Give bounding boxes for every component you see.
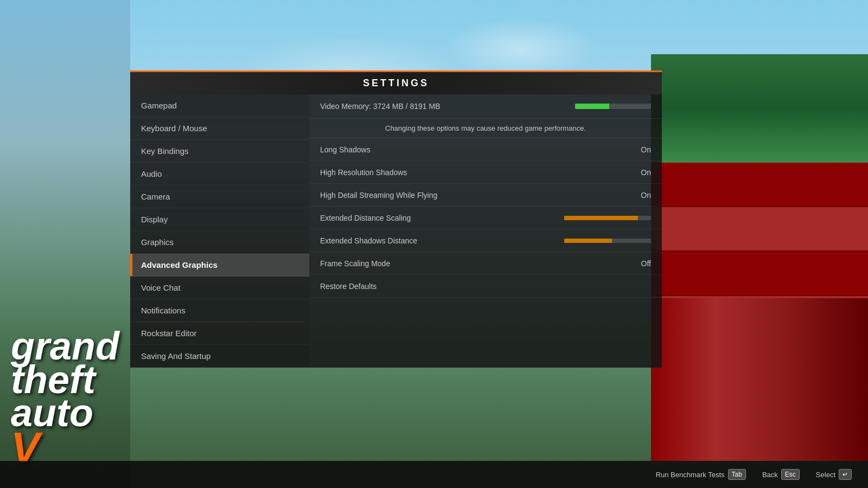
- setting-row-extended-distance-scaling[interactable]: Extended Distance Scaling: [309, 207, 662, 229]
- slider-extended-distance-scaling[interactable]: [564, 216, 651, 220]
- settings-content: Video Memory: 3724 MB / 8191 MB Changing…: [309, 94, 662, 368]
- menu-item-voice-chat[interactable]: Voice Chat: [130, 277, 309, 299]
- setting-label-high-detail-streaming: High Detail Streaming While Flying: [320, 191, 629, 200]
- bottom-btn-label-select: Select: [816, 471, 835, 479]
- settings-menu: GamepadKeyboard / MouseKey BindingsAudio…: [130, 94, 309, 368]
- setting-value-high-res-shadows: On: [629, 168, 651, 177]
- setting-label-extended-distance-scaling: Extended Distance Scaling: [320, 214, 564, 222]
- settings-title: SETTINGS: [130, 70, 662, 94]
- slider-extended-shadows-distance[interactable]: [564, 239, 651, 243]
- menu-item-display[interactable]: Display: [130, 208, 309, 231]
- key-badge-back: Esc: [781, 469, 800, 480]
- setting-label-long-shadows: Long Shadows: [320, 145, 629, 154]
- menu-item-audio[interactable]: Audio: [130, 163, 309, 185]
- setting-label-restore-defaults: Restore Defaults: [320, 282, 651, 291]
- gta-logo: grand theft auto V: [11, 330, 119, 466]
- vram-fill: [575, 104, 609, 109]
- bottom-btn-select[interactable]: Select↵: [816, 469, 852, 480]
- warning-text: Changing these options may cause reduced…: [309, 119, 662, 138]
- setting-value-long-shadows: On: [629, 145, 651, 154]
- setting-row-high-res-shadows[interactable]: High Resolution ShadowsOn: [309, 161, 662, 184]
- bottom-btn-run-benchmark[interactable]: Run Benchmark TestsTab: [656, 469, 746, 480]
- bottom-btn-label-run-benchmark: Run Benchmark Tests: [656, 471, 725, 479]
- vram-label: Video Memory: 3724 MB / 8191 MB: [320, 102, 564, 111]
- bottom-btn-label-back: Back: [762, 471, 778, 479]
- panel-body: GamepadKeyboard / MouseKey BindingsAudio…: [130, 94, 662, 368]
- menu-item-saving-startup[interactable]: Saving And Startup: [130, 345, 309, 368]
- setting-label-frame-scaling-mode: Frame Scaling Mode: [320, 259, 629, 268]
- settings-rows: Long ShadowsOnHigh Resolution ShadowsOnH…: [309, 138, 662, 298]
- slider-fill-extended-shadows-distance: [564, 239, 612, 243]
- slider-fill-extended-distance-scaling: [564, 216, 638, 220]
- vram-row: Video Memory: 3724 MB / 8191 MB: [309, 94, 662, 119]
- setting-value-high-detail-streaming: On: [629, 191, 651, 200]
- bottom-btn-back[interactable]: BackEsc: [762, 469, 800, 480]
- menu-item-key-bindings[interactable]: Key Bindings: [130, 140, 309, 163]
- menu-item-gamepad[interactable]: Gamepad: [130, 94, 309, 117]
- setting-value-frame-scaling-mode: Off: [629, 259, 651, 268]
- setting-row-long-shadows[interactable]: Long ShadowsOn: [309, 138, 662, 161]
- menu-item-camera[interactable]: Camera: [130, 185, 309, 208]
- setting-row-restore-defaults[interactable]: Restore Defaults: [309, 275, 662, 298]
- menu-item-rockstar-editor[interactable]: Rockstar Editor: [130, 322, 309, 345]
- setting-label-high-res-shadows: High Resolution Shadows: [320, 168, 629, 177]
- menu-item-graphics[interactable]: Graphics: [130, 231, 309, 254]
- bottom-bar: Run Benchmark TestsTabBackEscSelect↵: [0, 461, 868, 488]
- vram-progress-bar: [575, 104, 651, 109]
- menu-item-notifications[interactable]: Notifications: [130, 299, 309, 322]
- settings-panel: SETTINGS GamepadKeyboard / MouseKey Bind…: [130, 70, 662, 368]
- setting-row-extended-shadows-distance[interactable]: Extended Shadows Distance: [309, 229, 662, 252]
- menu-item-advanced-graphics[interactable]: Advanced Graphics: [130, 254, 309, 277]
- key-badge-run-benchmark: Tab: [728, 469, 746, 480]
- key-badge-select: ↵: [839, 469, 852, 480]
- setting-label-extended-shadows-distance: Extended Shadows Distance: [320, 236, 564, 245]
- menu-item-keyboard-mouse[interactable]: Keyboard / Mouse: [130, 117, 309, 140]
- background-containers: [651, 54, 868, 461]
- setting-row-high-detail-streaming[interactable]: High Detail Streaming While FlyingOn: [309, 184, 662, 207]
- setting-row-frame-scaling-mode[interactable]: Frame Scaling ModeOff: [309, 252, 662, 275]
